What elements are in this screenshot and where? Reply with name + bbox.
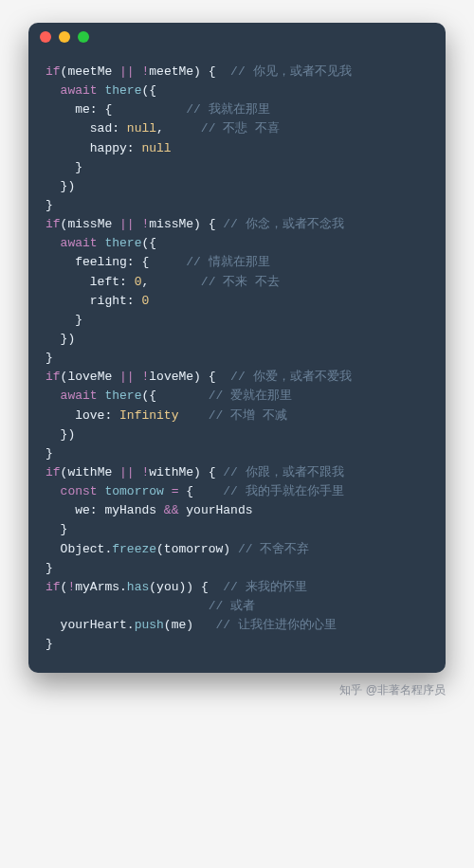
code-line: happy: null (46, 139, 428, 158)
code-line: left: 0, // 不来 不去 (46, 273, 428, 292)
code-line: } (46, 635, 428, 654)
code-line: feeling: { // 情就在那里 (46, 253, 428, 272)
minimize-icon[interactable] (59, 31, 70, 43)
zoom-icon[interactable] (78, 31, 89, 43)
code-line: } (46, 444, 428, 463)
window-titlebar (28, 23, 446, 51)
code-line: } (46, 349, 428, 368)
code-line: we: myHands && yourHands (46, 501, 428, 520)
code-line: if(withMe || !withMe) { // 你跟，或者不跟我 (46, 463, 428, 482)
code-line: }) (46, 177, 428, 196)
code-line: }) (46, 425, 428, 444)
code-line: if(missMe || !missMe) { // 你念，或者不念我 (46, 215, 428, 234)
code-window: if(meetMe || !meetMe) { // 你见，或者不见我 awai… (28, 23, 446, 673)
code-line: sad: null, // 不悲 不喜 (46, 119, 428, 138)
code-line: love: Infinity // 不增 不减 (46, 407, 428, 425)
code-line: if(loveMe || !loveMe) { // 你爱，或者不爱我 (46, 368, 428, 387)
code-line: await there({ (46, 81, 428, 100)
code-line: } (46, 196, 428, 215)
code-line: } (46, 158, 428, 177)
code-line: // 或者 (46, 597, 428, 616)
close-icon[interactable] (40, 31, 51, 43)
code-block: if(meetMe || !meetMe) { // 你见，或者不见我 awai… (28, 51, 446, 673)
code-line: } (46, 559, 428, 578)
code-line: }) (46, 330, 428, 349)
code-line: } (46, 520, 428, 539)
code-line: await there({ (46, 234, 428, 253)
attribution: 知乎 @非著名程序员 (28, 682, 446, 698)
code-line: right: 0 (46, 292, 428, 311)
code-line: } (46, 311, 428, 330)
code-line: if(meetMe || !meetMe) { // 你见，或者不见我 (46, 63, 428, 81)
code-line: await there({ // 爱就在那里 (46, 387, 428, 406)
code-line: const tomorrow = { // 我的手就在你手里 (46, 482, 428, 501)
code-line: me: { // 我就在那里 (46, 100, 428, 119)
code-line: yourHeart.push(me) // 让我住进你的心里 (46, 616, 428, 635)
code-line: Object.freeze(tomorrow) // 不舍不弃 (46, 540, 428, 559)
code-line: if(!myArms.has(you)) { // 来我的怀里 (46, 578, 428, 597)
